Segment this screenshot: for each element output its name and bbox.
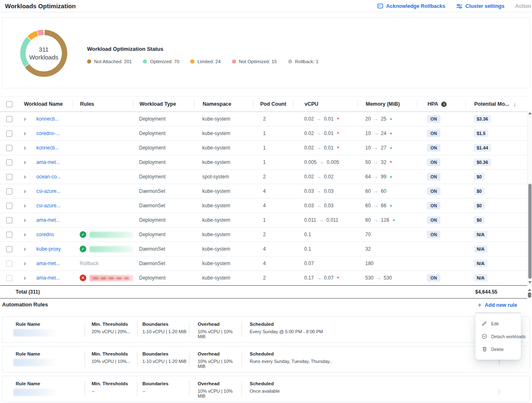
arrow-right-icon: → (373, 203, 378, 209)
workload-name-link[interactable]: ama-met... (36, 261, 60, 266)
scroll-up-arrow-icon[interactable] (528, 112, 532, 114)
trend-down-icon: ▼ (336, 132, 340, 135)
memory-cell: 64→99▲ (357, 174, 417, 180)
namespace-cell: kube-system (194, 188, 253, 194)
cluster-settings-button[interactable]: Cluster settings (456, 3, 504, 9)
workload-name-link[interactable]: ama-met... (36, 159, 60, 165)
expand-row-chevron-icon[interactable]: › (24, 260, 26, 267)
sort-desc-icon[interactable]: ↓ (513, 101, 516, 107)
arrow-right-icon: → (316, 188, 322, 194)
column-header-workload-name[interactable]: Workload Name (18, 100, 73, 108)
table-scrollbar-thumb[interactable] (528, 184, 532, 279)
expand-row-chevron-icon[interactable]: › (24, 274, 26, 281)
row-checkbox[interactable] (6, 232, 12, 238)
acknowledge-rollbacks-button[interactable]: Acknowledge Rollbacks (377, 3, 445, 9)
hpa-on-badge: ON (427, 187, 440, 195)
column-header-rules[interactable]: Rules (73, 100, 133, 108)
scheduled-label: Scheduled (250, 381, 474, 386)
workload-name-link[interactable]: konnecti... (36, 116, 59, 122)
workload-type-cell: DaemonSet (133, 261, 194, 266)
menu-item-detach-workloads[interactable]: Detach workloads (475, 330, 521, 343)
row-checkbox[interactable] (6, 217, 12, 223)
expand-row-chevron-icon[interactable]: › (24, 144, 26, 151)
arrow-right-icon: → (373, 116, 378, 122)
rules-scrollbar-thumb[interactable] (528, 292, 531, 298)
row-checkbox[interactable] (6, 145, 12, 151)
pod-count-cell: 2 (253, 275, 293, 281)
menu-item-delete[interactable]: Delete (475, 343, 521, 356)
row-checkbox[interactable] (6, 130, 12, 137)
potential-savings-badge: $0 (474, 173, 485, 180)
workload-name-link[interactable]: coredns (36, 232, 54, 237)
row-checkbox[interactable] (6, 246, 12, 252)
row-checkbox[interactable] (6, 116, 12, 122)
add-new-rule-button[interactable]: + Add new rule (478, 302, 517, 308)
column-header-memory[interactable]: Memory (MiB) (357, 100, 417, 108)
workload-type-cell: Deployment (133, 232, 194, 237)
expand-row-chevron-icon[interactable]: › (24, 130, 26, 137)
rule-kebab-menu-icon[interactable]: ⋮ (497, 359, 502, 365)
hpa-cell: ON (417, 231, 466, 238)
automation-rule-card: Rule NameMin. Thresholds20% vCPU | 20%..… (2, 316, 530, 343)
memory-cell: 180 (357, 261, 417, 266)
column-header-hpa[interactable]: HPA i (417, 100, 466, 108)
workload-row: ›coredns-...Deploymentkube-system10.02→0… (0, 126, 527, 141)
expand-row-chevron-icon[interactable]: › (24, 202, 26, 209)
workload-name-link[interactable]: csi-azure... (36, 188, 61, 194)
expand-row-chevron-icon[interactable]: › (24, 115, 26, 122)
info-icon[interactable]: i (441, 102, 447, 107)
redacted-rule-name (13, 389, 58, 396)
column-header-vcpu[interactable]: vCPU (293, 100, 357, 108)
workload-name-link[interactable]: coredns-... (36, 130, 60, 136)
workload-name-link[interactable]: kube-proxy (36, 246, 61, 252)
workload-name-link[interactable]: konnecti... (36, 145, 59, 151)
workload-name-link[interactable]: ama-met... (36, 217, 60, 223)
workload-row: ›konnecti...Deploymentkube-system10.02→0… (0, 141, 527, 155)
pencil-icon (482, 321, 487, 326)
expand-row-chevron-icon[interactable]: › (24, 245, 26, 252)
workload-name-link[interactable]: csi-azure... (36, 203, 61, 209)
column-header-workload-type[interactable]: Workload Type (133, 100, 194, 108)
rules-scroll-up-arrow-icon[interactable] (528, 289, 531, 291)
scroll-down-arrow-icon[interactable] (528, 281, 532, 284)
hpa-on-badge: ON (427, 159, 440, 166)
vcpu-cell: 0.011→0.011 (293, 217, 357, 223)
potential-cell: $1.5 (466, 130, 527, 137)
column-header-pod-count[interactable]: Pod Count (253, 100, 293, 108)
action-button[interactable]: Action (515, 3, 531, 9)
workload-name-link[interactable]: ocean-co... (36, 174, 61, 180)
legend-item: Not Attached: 201 (87, 59, 132, 64)
workload-row: ›konnecti...Deploymentkube-system20.02→0… (0, 112, 527, 126)
pod-count-cell: 2 (253, 116, 293, 122)
namespace-cell: kube-system (194, 116, 253, 122)
expand-row-chevron-icon[interactable]: › (24, 159, 26, 166)
trend-up-icon: ▲ (389, 132, 392, 135)
row-checkbox[interactable] (6, 159, 12, 166)
menu-item-edit[interactable]: Edit (475, 317, 521, 330)
workload-type-cell: DaemonSet (133, 246, 194, 252)
legend-dot (232, 59, 236, 64)
expand-row-chevron-icon[interactable]: › (24, 187, 26, 194)
status-block: Workload Optimization Status Not Attache… (87, 46, 319, 64)
min-thresholds-label: Min. Thresholds (92, 322, 137, 327)
legend-dot (87, 59, 91, 64)
arrow-right-icon: → (319, 217, 324, 223)
potential-cell: $0 (466, 173, 527, 180)
row-checkbox[interactable] (6, 203, 12, 209)
workload-name-link[interactable]: ama-met... (36, 275, 60, 281)
workload-row: ›ama-met...Deploymentkube-system10.011→0… (0, 213, 527, 228)
row-checkbox[interactable] (6, 275, 12, 281)
column-header-namespace[interactable]: Namespace (194, 100, 253, 108)
select-all-checkbox[interactable] (6, 101, 12, 107)
rule-kebab-menu-icon[interactable]: ⋮ (497, 389, 502, 394)
rule-min-thresholds: -- (92, 389, 137, 394)
expand-row-chevron-icon[interactable]: › (24, 216, 26, 223)
table-scrollbar[interactable] (527, 110, 532, 285)
row-checkbox[interactable] (6, 174, 12, 180)
expand-row-chevron-icon[interactable]: › (24, 231, 26, 238)
rules-scrollbar[interactable] (527, 287, 532, 301)
column-header-potential[interactable]: Potential Mo... ↓ (466, 100, 527, 108)
expand-row-chevron-icon[interactable]: › (24, 173, 26, 180)
row-checkbox[interactable] (6, 261, 12, 267)
row-checkbox[interactable] (6, 188, 12, 194)
